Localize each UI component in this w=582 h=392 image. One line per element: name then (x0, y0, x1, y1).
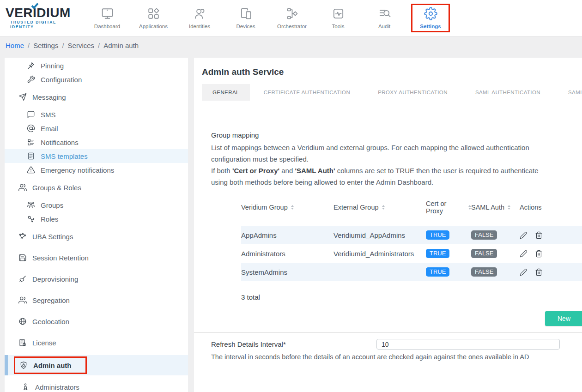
nav-item-orchestrator[interactable]: Orchestrator (269, 3, 315, 33)
cell-actions (520, 268, 553, 276)
logo-tagline: TRUSTED DIGITAL IDENTITY (6, 20, 79, 29)
devices-icon (239, 7, 253, 20)
sidebar-item-administrators[interactable]: Administrators (5, 380, 188, 392)
pencil-icon (520, 250, 527, 258)
nav-item-dashboard[interactable]: Dashboard (84, 3, 130, 33)
sidebar-item-license[interactable]: License (5, 336, 188, 350)
status-badge-false: FALSE (471, 249, 497, 258)
delete-button[interactable] (535, 231, 543, 239)
status-badge-false: FALSE (471, 267, 497, 277)
sidebar-item-notifications[interactable]: Notifications (5, 135, 188, 149)
nav-item-applications[interactable]: Applications (130, 3, 176, 33)
save-icon (18, 253, 27, 262)
cell-saml-auth: FALSE (471, 249, 520, 258)
breadcrumb-separator: / (28, 42, 30, 49)
table-total-count: 3 total (241, 293, 582, 301)
users-icon (18, 183, 27, 192)
sidebar-item-sms[interactable]: SMS (5, 108, 188, 121)
globe-icon (18, 317, 27, 326)
breadcrumb: Home / Settings / Services / Admin auth (0, 36, 582, 54)
sidebar-item-email[interactable]: Email (5, 121, 188, 135)
refresh-interval-field-row: Refresh Details Interval* (202, 339, 582, 350)
logo-text-post: DIUM (36, 7, 71, 19)
status-badge-false: FALSE (471, 230, 497, 240)
column-header-external-group[interactable]: External Group (333, 204, 426, 211)
logo-text-pre: VER (6, 7, 33, 19)
column-header-cert-or-proxy[interactable]: Cert or Proxy (426, 200, 471, 215)
breadcrumb-settings[interactable]: Settings (33, 42, 58, 49)
delete-button[interactable] (535, 250, 543, 258)
status-badge-true: TRUE (426, 230, 449, 240)
alert-triangle-icon (27, 166, 35, 174)
sidebar-item-uba-settings[interactable]: UBA Settings (5, 229, 188, 243)
tab-saml-authentication[interactable]: SAML AUTHENTICATION (475, 84, 540, 101)
edit-button[interactable] (520, 231, 527, 239)
breadcrumb-services[interactable]: Services (68, 42, 95, 49)
sidebar-item-groups[interactable]: Groups (5, 198, 188, 212)
edit-button[interactable] (520, 268, 527, 276)
table-actions: New (241, 311, 582, 326)
table-row: Administrators Veridiumid_Administrators… (241, 244, 582, 263)
page-title: Admin auth Service (202, 67, 582, 77)
tab-general[interactable]: GENERAL (202, 84, 250, 101)
section-divider (194, 332, 582, 333)
cell-veridium-group: SystemAdmins (241, 268, 333, 276)
pin-icon (27, 61, 35, 70)
orchestrator-icon (285, 7, 299, 20)
table-row: AppAdmins Veridiumid_AppAdmins TRUE FALS… (241, 226, 582, 244)
cell-saml-auth: FALSE (471, 267, 520, 277)
nav-item-settings[interactable]: Settings (407, 3, 454, 33)
nav-item-audit[interactable]: Audit (361, 3, 407, 33)
sidebar-item-configuration[interactable]: Configuration (5, 72, 188, 86)
sidebar-item-roles[interactable]: Roles (5, 212, 188, 226)
status-badge-true: TRUE (426, 249, 449, 258)
nav-item-tools[interactable]: Tools (315, 3, 361, 33)
tab-proxy-authentication[interactable]: PROXY AUTHENTICATION (378, 84, 448, 101)
nav-item-devices[interactable]: Devices (223, 3, 269, 33)
pencil-icon (520, 231, 527, 239)
sidebar-item-messaging[interactable]: Messaging (5, 90, 188, 104)
breadcrumb-separator: / (62, 42, 64, 49)
edit-button[interactable] (520, 250, 527, 258)
broom-icon (18, 275, 27, 283)
sort-icon (291, 205, 294, 210)
identities-icon (193, 7, 206, 20)
sidebar-item-geolocation[interactable]: Geolocation (5, 314, 188, 328)
refresh-interval-help-text: The interval in seconds before the detai… (202, 353, 582, 361)
new-button[interactable]: New (545, 311, 582, 326)
sidebar-item-admin-auth[interactable]: Admin auth (5, 355, 188, 375)
tools-icon (332, 7, 345, 20)
admin-auth-service-panel: Admin auth Service GENERAL CERTIFICATE A… (194, 58, 582, 392)
group-icon (27, 201, 35, 209)
shield-lock-icon (19, 361, 28, 369)
content-area: Pinning Configuration Messaging SMS Emai… (0, 54, 582, 392)
refresh-interval-input[interactable] (376, 339, 560, 350)
list-icon (27, 138, 35, 146)
sidebar-item-emergency-notifications[interactable]: Emergency notifications (5, 163, 188, 177)
sidebar-item-session-retention[interactable]: Session Retention (5, 251, 188, 265)
tab-certificate-authentication[interactable]: CERTIFICATE AUTHENTICATION (264, 84, 350, 101)
admin-auth-annotation-box: Admin auth (14, 356, 87, 374)
sidebar-item-pinning[interactable]: Pinning (5, 59, 188, 72)
tab-saml-key[interactable]: SAML KEY (568, 84, 582, 101)
delete-button[interactable] (535, 268, 543, 276)
status-badge-true: TRUE (426, 267, 449, 277)
nav-item-identities[interactable]: Identities (176, 3, 223, 33)
sidebar-item-segregation[interactable]: Segregation (5, 293, 188, 307)
veridium-admin-app: VERIDIUM TRUSTED DIGITAL IDENTITY Dashbo… (0, 0, 582, 392)
breadcrumb-home[interactable]: Home (6, 42, 24, 49)
table-row: SystemAdmins TRUE FALSE (241, 263, 582, 281)
column-header-saml-auth[interactable]: SAML Auth (471, 204, 520, 211)
sidebar-item-sms-templates[interactable]: SMS templates (5, 149, 188, 163)
tab-bar: GENERAL CERTIFICATE AUTHENTICATION PROXY… (202, 84, 582, 101)
cell-actions (520, 250, 553, 258)
column-header-veridium-group[interactable]: Veridium Group (241, 204, 333, 211)
trash-icon (535, 231, 543, 239)
trash-icon (535, 250, 543, 258)
license-icon (18, 338, 27, 347)
cell-cert-or-proxy: TRUE (426, 230, 471, 240)
sidebar-item-groups-roles[interactable]: Groups & Roles (5, 181, 188, 194)
cell-actions (520, 231, 553, 239)
sidebar-item-deprovisioning[interactable]: Deprovisioning (5, 272, 188, 286)
trash-icon (535, 268, 543, 276)
